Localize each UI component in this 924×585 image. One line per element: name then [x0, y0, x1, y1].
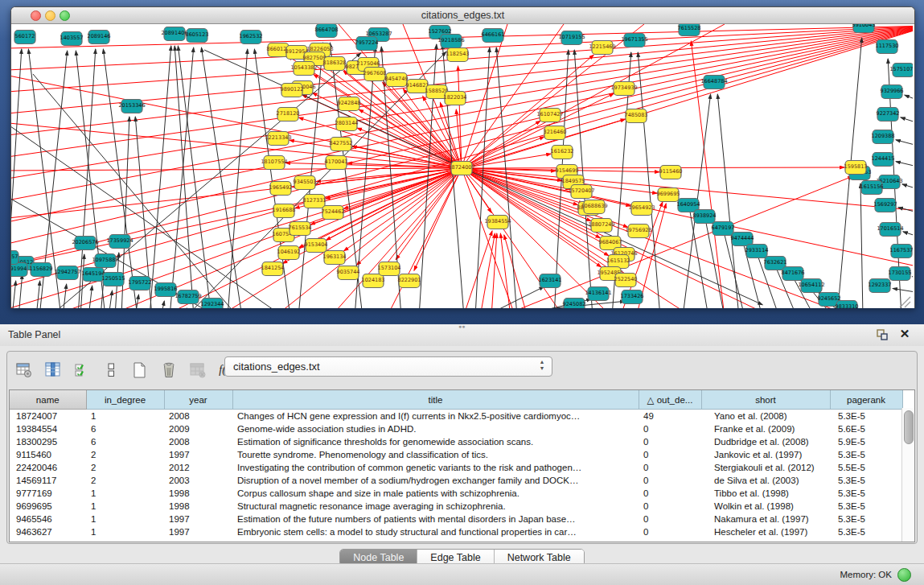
- graph-node[interactable]: 1403557: [60, 32, 84, 46]
- graph-node[interactable]: 1965492: [269, 182, 293, 196]
- splitter-grip[interactable]: ●●: [458, 325, 466, 328]
- graph-node[interactable]: 1795722: [129, 277, 152, 290]
- cell-year[interactable]: 2009: [164, 422, 232, 435]
- cell-pagerank[interactable]: 5.3E-5: [830, 487, 902, 500]
- graph-node[interactable]: 1573104: [378, 262, 401, 276]
- graph-node[interactable]: 8222901: [398, 274, 421, 288]
- scrollbar-thumb[interactable]: [904, 410, 914, 444]
- graph-node[interactable]: 8664708: [315, 24, 339, 38]
- graph-node[interactable]: 2718120: [277, 108, 300, 122]
- graph-node[interactable]: 1156829: [30, 263, 53, 277]
- graph-node[interactable]: 16107427: [536, 109, 563, 122]
- cell-year[interactable]: 2008: [164, 435, 232, 448]
- graph-node[interactable]: 1962532: [240, 31, 263, 44]
- cell-pagerank[interactable]: 5.3E-5: [830, 525, 902, 538]
- graph-node[interactable]: 560172: [14, 31, 35, 44]
- table-row[interactable]: 969969511998Structural magnetic resonanc…: [10, 500, 902, 513]
- cell-pagerank[interactable]: 5.3E-5: [830, 513, 902, 525]
- column-header-title[interactable]: title: [232, 390, 639, 410]
- cell-name[interactable]: 22420046: [10, 461, 86, 474]
- cell-in[interactable]: 1: [86, 513, 164, 525]
- table-selector-dropdown[interactable]: citations_edges.txt ▲▼: [224, 356, 552, 377]
- graph-node[interactable]: 10688639: [581, 200, 607, 214]
- cell-short[interactable]: Wolkin et al. (1998): [701, 500, 830, 513]
- cell-name[interactable]: 9699695: [10, 500, 86, 513]
- graph-node[interactable]: 3216460: [544, 126, 567, 140]
- table-row[interactable]: 1938455462009Genome-wide association stu…: [10, 422, 902, 435]
- graph-node[interactable]: 8454749: [385, 73, 409, 87]
- node-table-grid[interactable]: namein_degreeyeartitle△ out_de...shortpa…: [10, 390, 903, 538]
- graph-node[interactable]: 10719155: [558, 31, 585, 45]
- delete-entries-button[interactable]: [158, 360, 179, 381]
- graph-node[interactable]: 1963134: [323, 251, 347, 265]
- graph-node[interactable]: 1292337: [869, 279, 892, 293]
- column-header-short[interactable]: short: [701, 390, 830, 410]
- graph-node[interactable]: 8471676: [782, 267, 805, 281]
- cell-name[interactable]: 9115460: [10, 448, 86, 461]
- graph-node[interactable]: 6479197: [712, 222, 735, 236]
- create-table-button[interactable]: [129, 360, 150, 381]
- graph-node[interactable]: 18107554: [261, 156, 287, 170]
- graph-node[interactable]: 915057: [11, 251, 18, 265]
- cell-pagerank[interactable]: 5.3E-5: [830, 500, 902, 513]
- graph-node[interactable]: 1209388: [872, 130, 895, 144]
- cell-in[interactable]: 6: [86, 422, 164, 435]
- graph-node[interactable]: 20891406: [161, 27, 187, 41]
- graph-node[interactable]: 8938924: [693, 210, 717, 224]
- cell-pagerank[interactable]: 5.3E-5: [830, 410, 902, 423]
- table-row[interactable]: 2242004622012Investigating the contribut…: [10, 461, 902, 474]
- cell-title[interactable]: Changes of HCN gene expression and I(f) …: [232, 410, 639, 423]
- cell-title[interactable]: Embryonic stem cells: a model to study s…: [232, 525, 639, 538]
- graph-node[interactable]: 8605123: [186, 29, 209, 43]
- graph-node[interactable]: 9153404: [305, 239, 328, 253]
- graph-node[interactable]: 1822034: [444, 92, 467, 105]
- graph-node[interactable]: 4170041: [325, 156, 348, 170]
- graph-node[interactable]: 18807249: [588, 219, 614, 233]
- graph-node[interactable]: 19218586: [437, 35, 464, 48]
- graph-node[interactable]: 10975887: [92, 254, 118, 268]
- column-header-pagerank[interactable]: pagerank: [830, 390, 902, 410]
- cell-year[interactable]: 1998: [164, 487, 232, 500]
- cell-in[interactable]: 6: [86, 435, 164, 448]
- cell-year[interactable]: 1997: [164, 448, 232, 461]
- cell-in[interactable]: 2: [86, 474, 164, 487]
- graph-node[interactable]: 8186328: [323, 57, 347, 71]
- cell-year[interactable]: 1998: [164, 500, 232, 513]
- table-row[interactable]: 1456911722003Disruption of a novel membe…: [10, 474, 902, 487]
- cell-title[interactable]: Investigating the contribution of common…: [232, 461, 639, 474]
- cell-title[interactable]: Tourette syndrome. Phenomenology and cla…: [232, 448, 639, 461]
- cell-out[interactable]: 0: [639, 448, 701, 461]
- cell-short[interactable]: Hescheler et al. (1997): [701, 525, 830, 538]
- graph-node[interactable]: 12942757: [54, 266, 80, 280]
- graph-node[interactable]: 19654923: [628, 202, 655, 216]
- graph-node[interactable]: 18724007: [448, 162, 474, 175]
- graph-node[interactable]: 9890122: [281, 84, 304, 97]
- graph-node[interactable]: 12213343: [265, 132, 291, 146]
- graph-node[interactable]: 14136141: [585, 287, 611, 301]
- graph-node[interactable]: 6466161: [482, 29, 505, 43]
- graph-node[interactable]: 1995816: [154, 283, 178, 297]
- graph-node[interactable]: 2089146: [88, 31, 111, 44]
- graph-node[interactable]: 9115460: [659, 166, 683, 179]
- table-row[interactable]: 977716911998Corpus callosum shape and si…: [10, 487, 902, 500]
- graph-node[interactable]: 1733426: [621, 290, 644, 304]
- cell-title[interactable]: Genome-wide association studies in ADHD.: [232, 422, 639, 435]
- graph-node[interactable]: 1616232: [551, 146, 574, 159]
- cell-year[interactable]: 1997: [164, 525, 232, 538]
- graph-node[interactable]: 19734939: [610, 82, 637, 96]
- cell-out[interactable]: 0: [639, 500, 701, 513]
- graph-node[interactable]: 15751074: [889, 64, 913, 77]
- graph-node[interactable]: 1615156: [860, 181, 884, 195]
- cell-year[interactable]: 2008: [164, 410, 232, 423]
- cell-out[interactable]: 0: [639, 525, 701, 538]
- graph-node[interactable]: 8427552: [330, 138, 353, 151]
- graph-node[interactable]: 1117530: [876, 40, 899, 54]
- table-row[interactable]: 911546021997Tourette syndrome. Phenomeno…: [10, 448, 902, 461]
- cell-title[interactable]: Corpus callosum shape and size in male p…: [232, 487, 639, 500]
- citation-network-graph[interactable]: 5601721403557208914620891406860512319625…: [11, 24, 913, 308]
- graph-node[interactable]: 16648784: [700, 76, 727, 89]
- cell-pagerank[interactable]: 5.3E-5: [830, 474, 902, 487]
- graph-node[interactable]: 1595813: [844, 161, 868, 175]
- cell-out[interactable]: 0: [639, 474, 701, 487]
- cell-in[interactable]: 1: [86, 500, 164, 513]
